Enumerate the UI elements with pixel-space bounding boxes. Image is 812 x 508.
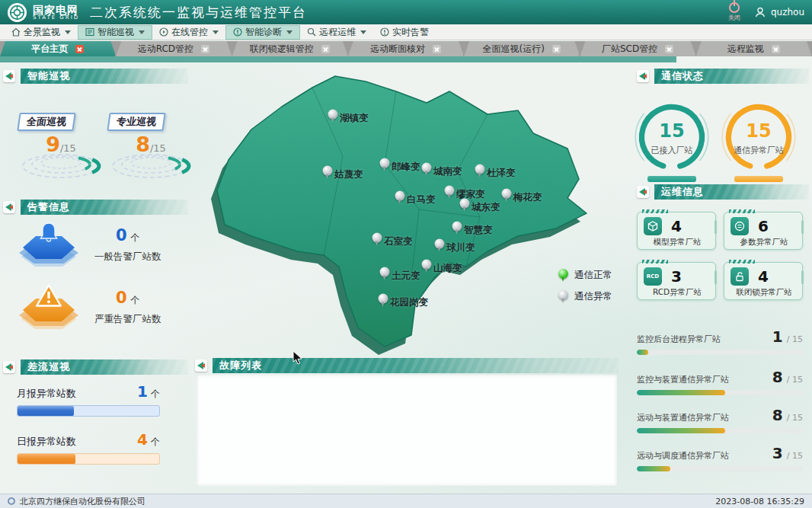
dashboard-root: 国家电网 STATE GRID 二次系统统一监视与运维管控平台 关闭 quzho… (0, 0, 812, 508)
close-button[interactable]: 关闭 (728, 2, 740, 22)
monitor-list-icon (85, 27, 94, 37)
tab-close-icon[interactable] (665, 45, 673, 53)
tab-strip (0, 56, 676, 62)
station-pin[interactable] (445, 186, 455, 199)
tab-full-patrol[interactable]: 全面巡视(运行) (464, 41, 580, 56)
mouse-cursor (293, 350, 302, 365)
station-pin[interactable] (380, 158, 390, 171)
card-rcd-abnormal[interactable]: RCD 3 RCD异常厂站 (637, 262, 716, 300)
tab-section-check[interactable]: 远动断面核对 (348, 41, 464, 56)
progress-monitor-backend: 监控后台进程异常厂站 1 / 15 (637, 327, 803, 355)
station-label: 山海变 (433, 262, 462, 275)
unlock-icon (730, 267, 749, 286)
alarm-count: 0 (116, 226, 127, 244)
tab-platform-home[interactable]: 平台主页 (0, 41, 116, 56)
progress-value: 8 (772, 406, 783, 424)
warning-triangle-icon (17, 283, 81, 331)
tab-remote-monitor[interactable]: 远程监视 (696, 41, 812, 56)
ring-pedestal (734, 176, 783, 182)
progress-total: / 15 (787, 413, 803, 423)
station-pin[interactable] (452, 222, 462, 235)
ring-value: 15 (632, 120, 711, 142)
tab-close-icon[interactable] (552, 45, 561, 53)
diff-progress-fill (18, 454, 75, 464)
tab-close-icon[interactable] (75, 45, 84, 53)
station-pin[interactable] (379, 294, 388, 307)
diff-daily-row: 日报异常站数 4 个 (17, 430, 160, 465)
tab-label: 联闭锁逻辑管控 (250, 43, 314, 56)
station-pin[interactable] (380, 267, 390, 280)
tab-close-icon[interactable] (321, 45, 330, 53)
tab-close-icon[interactable] (433, 45, 441, 53)
chevron-down-icon (213, 30, 219, 34)
progress-label: 远动与装置通信异常厂站 (637, 412, 729, 423)
menu-item-remote-ops[interactable]: 远程运维 (300, 25, 373, 40)
gauge-value: 9 (46, 133, 60, 156)
station-label: 城南变 (433, 165, 462, 178)
state-grid-logo-icon (8, 3, 27, 22)
station-pin[interactable] (460, 199, 470, 212)
search-circle-icon (307, 27, 316, 37)
station-pin[interactable] (323, 166, 333, 179)
tab-rcd-control[interactable]: 远动RCD管控 (116, 41, 232, 56)
ops-cards: 4 模型异常厂站 6 参数异常厂站 RCD 3 RCD异常厂站 (637, 212, 803, 300)
station-pin[interactable] (328, 110, 338, 123)
menu-item-label: 在线管控 (171, 26, 208, 39)
menu-item-panorama[interactable]: 全景监视 (5, 25, 78, 40)
diff-progress-track (17, 405, 160, 417)
alert-circle-icon (380, 27, 389, 37)
diff-label: 月报异常站数 (17, 387, 76, 401)
user-menu[interactable]: quzhou (754, 6, 804, 18)
menu-item-realtime-alarm[interactable]: 实时告警 (373, 25, 436, 40)
station-pin[interactable] (395, 191, 405, 204)
section-arrow-icon (3, 361, 15, 373)
ring-pedestal (647, 176, 696, 182)
ring-label: 已接入厂站 (632, 145, 711, 156)
menu-item-smart-patrol[interactable]: 智能巡视 (78, 25, 152, 40)
tab-label: 厂站SCD管控 (602, 43, 657, 56)
station-pin[interactable] (435, 239, 445, 252)
station-pin[interactable] (422, 163, 432, 176)
clock: 2023-08-08 16:35:29 (715, 497, 804, 506)
progress-track (637, 428, 803, 433)
section-comm-status: 通信状态 (637, 69, 809, 84)
station-pin[interactable] (372, 233, 382, 246)
progress-total: / 15 (787, 334, 803, 344)
green-pin-icon (558, 269, 568, 282)
gauge-tag: 全面巡视 (17, 113, 75, 131)
brand-name-en: STATE GRID (33, 15, 79, 21)
station-label: 城东变 (472, 201, 500, 214)
card-params-abnormal[interactable]: 6 参数异常厂站 (724, 212, 803, 250)
diff-label: 日报异常站数 (17, 435, 76, 449)
tab-close-icon[interactable] (201, 45, 209, 53)
diff-count: 1 (137, 382, 148, 401)
station-pin[interactable] (502, 189, 512, 202)
rcd-icon: RCD (644, 267, 662, 286)
card-model-abnormal[interactable]: 4 模型异常厂站 (637, 212, 716, 250)
status-bar: 北京四方继保自动化股份有限公司 2023-08-08 16:35:29 (0, 494, 812, 508)
tab-bar: 平台主页 远动RCD管控 联闭锁逻辑管控 远动断面核对 全面巡视(运行) 厂站S… (0, 41, 812, 56)
progress-track (637, 350, 803, 355)
card-label: 联闭锁异常厂站 (730, 287, 798, 298)
card-interlock-abnormal[interactable]: 4 联闭锁异常厂站 (724, 262, 803, 300)
model-icon (644, 217, 662, 235)
menu-item-smart-diagnose[interactable]: 智能诊断 (225, 25, 300, 40)
diff-unit: 个 (151, 388, 160, 399)
tab-scd-control[interactable]: 厂站SCD管控 (580, 41, 695, 56)
tab-interlock-logic[interactable]: 联闭锁逻辑管控 (232, 41, 348, 56)
section-arrow-icon (195, 359, 207, 372)
section-arrow-icon (637, 70, 649, 82)
station-label: 花园岗变 (390, 296, 428, 309)
station-pin[interactable] (475, 165, 485, 177)
tab-label: 远程监视 (727, 43, 764, 56)
section-alarm-info: 告警信息 (3, 200, 188, 215)
tab-close-icon[interactable] (772, 45, 780, 53)
station-pin[interactable] (422, 260, 432, 273)
menu-item-online-control[interactable]: 在线管控 (152, 25, 225, 40)
region-map[interactable]: 湖镇变 姑蔑变 郎峰变 城南变 杜泽变 白马变 缪家变 城东变 梅花变 智慧变 … (190, 65, 628, 358)
fault-list-panel[interactable] (197, 375, 617, 486)
gauge-value: 8 (136, 133, 150, 156)
alarm-label: 一般告警厂站数 (94, 251, 161, 264)
alarm-unit: 个 (131, 295, 140, 305)
station-label: 姑蔑变 (334, 168, 363, 181)
